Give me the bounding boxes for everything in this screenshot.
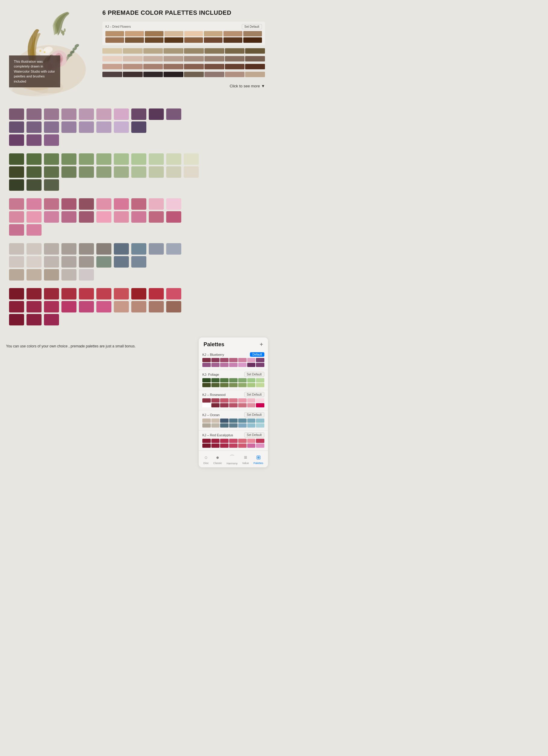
swatch — [247, 419, 256, 423]
top-section: This illustration was completely drawn i… — [0, 0, 274, 102]
swatch — [202, 378, 211, 382]
swatch — [131, 301, 146, 312]
swatch — [205, 48, 224, 54]
nav-item-palettes[interactable]: ⊞ Palettes — [254, 454, 264, 465]
nav-item-classic[interactable]: ● Classic — [213, 454, 222, 465]
app-bottom-nav: ○ Disc ● Classic ⌒ Harmony ≡ Value ⊞ Pal… — [199, 450, 268, 467]
nav-item-disc[interactable]: ○ Disc — [204, 454, 209, 465]
illustration-caption: This illustration was completely drawn i… — [9, 55, 60, 88]
nav-label-classic: Classic — [213, 462, 222, 465]
swatch — [61, 301, 77, 312]
swatch — [256, 419, 265, 423]
swatch — [61, 269, 77, 281]
swatch — [220, 358, 229, 362]
nav-item-value[interactable]: ≡ Value — [242, 454, 249, 465]
swatch — [238, 358, 247, 362]
palette-name: KJ – Dried Flowers — [105, 25, 131, 28]
palette-item-name: KJ – Ocean — [202, 413, 220, 417]
swatch — [184, 64, 204, 69]
harmony-icon: ⌒ — [230, 454, 235, 461]
swatch — [238, 423, 247, 428]
click-to-see-more[interactable]: Click to see more ▼ — [102, 84, 265, 88]
chevron-down-icon: ▼ — [261, 84, 265, 88]
swatch — [243, 37, 262, 43]
palette-item-name: KJ- Foliage — [202, 373, 219, 376]
swatch-row-pink-3 — [9, 224, 265, 236]
swatch — [202, 363, 211, 367]
swatch — [229, 363, 238, 367]
swatch — [184, 37, 203, 43]
set-default-button[interactable]: Set Default — [244, 412, 265, 417]
set-default-button[interactable]: Set Default — [244, 392, 265, 397]
palette-item-rosewood: KJ – Rosewood Set Default — [199, 390, 268, 410]
swatch — [229, 378, 238, 382]
nav-label-harmony: Harmony — [227, 462, 238, 465]
swatch — [27, 314, 42, 325]
nav-item-harmony[interactable]: ⌒ Harmony — [227, 454, 238, 465]
default-button[interactable]: Default — [250, 352, 265, 357]
swatches-section — [0, 102, 274, 331]
set-default-button[interactable]: Set Default — [242, 24, 262, 29]
palette-item-header: KJ – Blueberry Default — [202, 352, 265, 357]
swatch — [44, 211, 59, 223]
swatch — [9, 134, 24, 146]
swatch — [27, 153, 42, 165]
swatch — [44, 269, 59, 281]
swatch — [256, 378, 265, 382]
add-palette-button[interactable]: + — [260, 341, 263, 348]
swatch — [61, 288, 77, 300]
foliage-swatches — [202, 378, 265, 387]
swatch — [166, 153, 181, 165]
set-default-button[interactable]: Set Default — [244, 372, 265, 377]
swatch — [166, 301, 181, 312]
swatch — [44, 314, 59, 325]
swatch — [143, 56, 163, 61]
swatch — [211, 363, 220, 367]
palette-item-name: KJ – Blueberry — [202, 353, 224, 356]
swatch — [184, 166, 199, 178]
palettes-info-panel: 6 PREMADE COLOR PALETTES INCLUDED KJ – D… — [99, 9, 268, 96]
swatch — [123, 48, 143, 54]
swatch — [61, 198, 77, 210]
swatch — [149, 211, 164, 223]
swatch — [184, 48, 204, 54]
swatch — [79, 121, 94, 133]
palette-item-header: KJ – Red Eucalyptus Set Default — [202, 432, 265, 438]
swatch — [27, 211, 42, 223]
floral-illustration: This illustration was completely drawn i… — [6, 9, 93, 96]
svg-point-11 — [44, 51, 45, 53]
swatch — [44, 243, 59, 255]
swatch — [220, 423, 229, 428]
caption-text: This illustration was completely drawn i… — [14, 60, 55, 83]
swatch — [114, 121, 129, 133]
swatch — [27, 269, 42, 281]
swatch — [225, 48, 245, 54]
swatch — [164, 64, 183, 69]
value-icon: ≡ — [244, 454, 247, 461]
swatch — [256, 398, 265, 403]
swatch — [229, 398, 238, 403]
palette-item-name: KJ – Rosewood — [202, 393, 226, 397]
swatch — [202, 383, 211, 387]
swatch — [184, 56, 204, 61]
palette-row-5 — [102, 72, 265, 77]
swatch — [247, 403, 256, 407]
swatch — [247, 398, 256, 403]
swatch — [79, 256, 94, 268]
swatch — [9, 269, 24, 281]
swatch-group-purple — [9, 108, 265, 146]
swatch — [166, 166, 181, 178]
swatch — [256, 363, 265, 367]
swatch — [238, 378, 247, 382]
swatch-row-burg-1 — [9, 288, 265, 300]
svg-point-17 — [64, 28, 66, 32]
bottom-left-panel: You can use colors of your own choice , … — [6, 337, 193, 467]
swatch — [44, 121, 59, 133]
swatch — [131, 153, 146, 165]
swatch — [102, 64, 122, 69]
swatch-group-pink — [9, 198, 265, 236]
swatch — [166, 108, 181, 120]
swatch — [247, 363, 256, 367]
swatch — [149, 166, 164, 178]
set-default-button[interactable]: Set Default — [244, 432, 265, 438]
